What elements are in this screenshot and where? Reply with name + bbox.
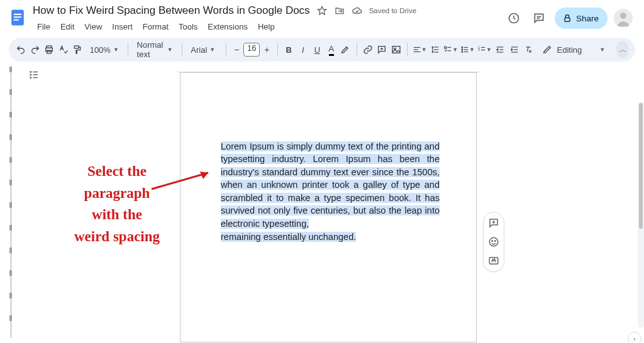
chevron-down-icon: ▼ — [167, 46, 173, 53]
lock-icon — [562, 13, 572, 23]
separator — [226, 43, 226, 57]
selected-text[interactable]: Lorem Ipsum is simply dummy text of the … — [221, 141, 440, 229]
text-color-button[interactable]: A — [326, 41, 338, 58]
separator — [128, 43, 128, 57]
zoom-dropdown[interactable]: 100%▼ — [86, 41, 123, 58]
chevron-down-icon: ▼ — [599, 46, 605, 53]
align-button[interactable]: ▼ — [413, 41, 427, 58]
bold-button[interactable]: B — [283, 41, 295, 58]
separator — [357, 43, 357, 57]
collapse-toolbar-button[interactable]: ︿ — [616, 41, 629, 58]
svg-point-29 — [462, 47, 463, 48]
clear-formatting-button[interactable] — [523, 41, 535, 58]
canvas: 123456789101112131415 Lorem Ipsum is sim… — [15, 64, 644, 343]
insert-link-button[interactable] — [362, 41, 374, 58]
app-header: How to Fix Weird Spacing Between Words i… — [0, 0, 644, 34]
svg-point-55 — [489, 237, 498, 246]
zoom-value: 100% — [90, 45, 111, 55]
decrease-indent-button[interactable] — [494, 41, 506, 58]
font-value: Arial — [191, 45, 207, 55]
numbered-list-button[interactable]: 12▼ — [477, 41, 492, 58]
suggest-edits-button[interactable] — [487, 254, 501, 268]
annotation-line: with the — [92, 207, 142, 222]
paragraph-style-dropdown[interactable]: Normal text▼ — [133, 41, 177, 58]
svg-point-45 — [30, 72, 31, 73]
menu-tools[interactable]: Tools — [174, 21, 202, 33]
chevron-down-icon: ▼ — [209, 46, 215, 53]
separator — [407, 43, 408, 57]
increase-font-size-button[interactable]: + — [261, 43, 272, 57]
font-dropdown[interactable]: Arial▼ — [187, 41, 220, 58]
last-edit-icon[interactable] — [504, 9, 523, 28]
menu-insert[interactable]: Insert — [108, 21, 137, 33]
menu-edit[interactable]: Edit — [56, 21, 79, 33]
menu-bar: File Edit View Insert Format Tools Exten… — [33, 19, 504, 34]
vertical-ruler[interactable] — [6, 64, 15, 343]
share-label: Share — [576, 14, 599, 23]
menu-extensions[interactable]: Extensions — [203, 21, 252, 33]
svg-text:2: 2 — [478, 48, 480, 52]
pencil-icon — [542, 45, 552, 55]
redo-button[interactable] — [30, 41, 42, 58]
share-button[interactable]: Share — [555, 8, 608, 29]
annotation-line: Select the — [87, 163, 147, 179]
svg-rect-26 — [445, 46, 447, 48]
insert-comment-button[interactable] — [376, 41, 388, 58]
decrease-font-size-button[interactable]: − — [231, 43, 242, 57]
svg-point-10 — [620, 13, 626, 19]
style-value: Normal text — [137, 40, 165, 59]
mode-dropdown[interactable]: Editing ▼ — [537, 45, 611, 55]
spellcheck-button[interactable] — [58, 41, 70, 58]
document-title[interactable]: How to Fix Weird Spacing Between Words i… — [33, 4, 310, 17]
svg-rect-15 — [75, 46, 79, 48]
vertical-scrollbar[interactable] — [638, 102, 644, 328]
undo-button[interactable] — [15, 41, 27, 58]
selected-text-last-line[interactable]: remaining essentially unchanged. — [221, 232, 356, 242]
highlight-button[interactable] — [340, 41, 352, 58]
chevron-down-icon: ▼ — [421, 46, 427, 53]
svg-point-30 — [462, 49, 463, 50]
explore-button[interactable]: ‹ — [628, 332, 641, 343]
line-spacing-button[interactable] — [430, 41, 441, 58]
saved-label: Saved to Drive — [369, 7, 416, 14]
star-icon[interactable] — [316, 5, 328, 16]
add-emoji-reaction-button[interactable] — [487, 235, 501, 249]
underline-button[interactable]: U — [311, 41, 323, 58]
svg-rect-2 — [14, 16, 21, 18]
svg-point-57 — [495, 241, 496, 242]
svg-rect-1 — [14, 14, 21, 15]
increase-indent-button[interactable] — [508, 41, 520, 58]
chevron-down-icon: ▼ — [113, 46, 119, 53]
paint-format-button[interactable] — [72, 41, 84, 58]
menu-view[interactable]: View — [80, 21, 106, 33]
add-comment-button[interactable] — [487, 216, 501, 230]
scrollbar-thumb[interactable] — [639, 103, 643, 229]
separator — [277, 43, 278, 57]
cloud-saved-icon[interactable] — [352, 5, 363, 16]
document-paragraph[interactable]: Lorem Ipsum is simply dummy text of the … — [221, 140, 440, 244]
annotation-arrow — [150, 168, 216, 193]
selection-action-bar — [483, 212, 504, 272]
document-page[interactable]: Lorem Ipsum is simply dummy text of the … — [180, 72, 477, 342]
horizontal-ruler[interactable]: 123456789101112131415 — [177, 64, 479, 72]
workspace: 123456789101112131415 Lorem Ipsum is sim… — [0, 64, 644, 343]
comments-icon[interactable] — [530, 9, 548, 28]
move-icon[interactable] — [334, 5, 345, 16]
print-button[interactable] — [43, 41, 55, 58]
svg-marker-4 — [318, 6, 326, 14]
show-outline-button[interactable] — [26, 67, 42, 82]
italic-button[interactable]: I — [297, 41, 309, 58]
svg-rect-18 — [392, 46, 400, 53]
insert-image-button[interactable] — [390, 41, 402, 58]
checklist-button[interactable]: ▼ — [443, 41, 458, 58]
docs-logo[interactable] — [6, 6, 29, 29]
title-block: How to Fix Weird Spacing Between Words i… — [29, 4, 504, 34]
menu-file[interactable]: File — [33, 21, 55, 33]
font-size-input[interactable]: 16 — [243, 43, 260, 57]
svg-line-51 — [152, 173, 208, 189]
menu-format[interactable]: Format — [138, 21, 173, 33]
bulleted-list-button[interactable]: ▼ — [460, 41, 475, 58]
menu-help[interactable]: Help — [253, 21, 279, 33]
svg-rect-3 — [14, 19, 19, 21]
user-avatar[interactable] — [614, 9, 633, 28]
